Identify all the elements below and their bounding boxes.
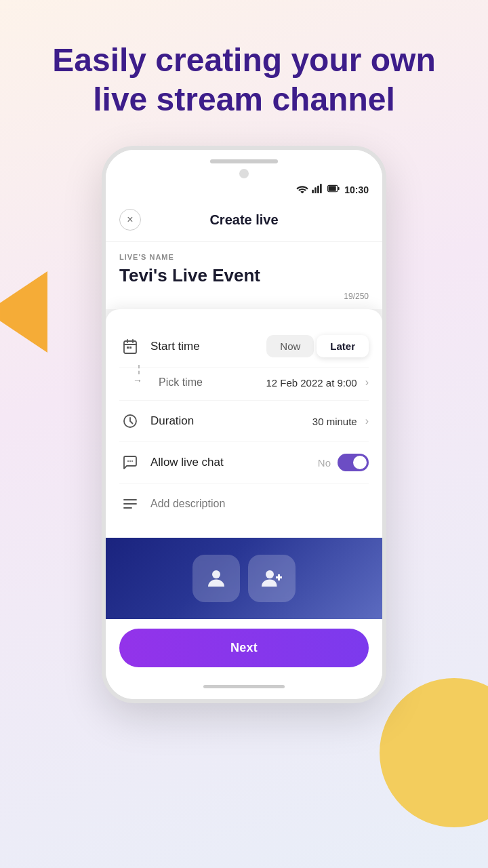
phone-camera [239,169,249,178]
duration-row[interactable]: Duration 30 minute › [119,401,369,442]
person-add-icon [260,566,284,591]
start-time-buttons: Now Later [266,335,369,357]
toggle-container: No [318,454,369,471]
chevron-right-icon: › [365,376,369,389]
pick-time-row[interactable]: → Pick time 12 Feb 2022 at 9:00 › [119,368,369,401]
pick-time-value: 12 Feb 2022 at 9:00 [266,377,357,389]
pick-time-label: Pick time [159,376,266,389]
screen-content: × Create live LIVE'S NAME Tevi's Live Ev… [106,198,382,678]
header-section: Easily creating your own live stream cha… [0,0,488,139]
svg-rect-0 [312,190,314,193]
phone-container: 10:30 × Create live LIVE'S NAME Tevi's L… [0,146,488,703]
duration-chevron-icon: › [365,415,369,427]
svg-point-21 [266,570,274,578]
settings-card: Start time Now Later → Pick time [106,309,382,538]
svg-rect-6 [329,186,336,191]
svg-point-20 [212,570,220,578]
thumb-icon-1 [192,555,240,602]
thumbnail-icons [192,555,296,602]
screen-title: Create live [141,212,347,228]
calendar-icon [119,336,141,357]
toggle-status: No [318,457,331,469]
create-live-header: × Create live [106,198,382,242]
live-name-value: Tevi's Live Event [119,265,369,286]
header-title: Easily creating your own live stream cha… [41,41,447,119]
next-btn-area: Next [106,619,382,678]
thumb-icon-2 [248,555,296,602]
phone-top [106,150,382,181]
duration-label: Duration [150,414,312,428]
battery-icon [327,184,340,195]
description-input[interactable] [150,498,369,510]
chat-toggle[interactable] [338,454,369,471]
phone-frame: 10:30 × Create live LIVE'S NAME Tevi's L… [102,146,386,703]
clock-icon [119,410,141,432]
svg-rect-5 [338,187,340,191]
svg-rect-2 [317,186,319,193]
thumbnail-area [106,538,382,619]
next-button[interactable]: Next [119,629,369,667]
svg-rect-1 [314,187,317,193]
later-button[interactable]: Later [317,335,369,357]
phone-bottom [106,678,382,699]
arrow-icon: → [133,375,142,386]
signal-icon [312,184,324,195]
live-name-section: LIVE'S NAME Tevi's Live Event [106,242,382,289]
now-button[interactable]: Now [266,335,314,357]
status-time: 10:30 [344,184,369,195]
status-bar: 10:30 [106,181,382,198]
home-bar [203,685,285,688]
char-count: 19/250 [106,289,382,309]
chat-icon [119,452,141,473]
pick-time-connector: → [133,374,149,391]
description-row[interactable] [119,484,369,524]
svg-rect-3 [320,184,322,193]
duration-value: 30 minute [312,416,357,427]
close-button[interactable]: × [119,209,141,231]
status-icons: 10:30 [296,184,369,195]
start-time-row: Start time Now Later [119,326,369,368]
person-icon [204,566,228,591]
svg-rect-11 [127,347,129,349]
allow-chat-label: Allow live chat [150,456,318,469]
phone-notch [210,159,278,163]
live-name-label: LIVE'S NAME [119,253,369,261]
close-icon: × [127,214,133,225]
wifi-icon [296,184,308,195]
description-icon [119,493,141,515]
start-time-label: Start time [150,340,266,353]
allow-chat-row: Allow live chat No [119,442,369,484]
svg-rect-12 [129,347,131,349]
